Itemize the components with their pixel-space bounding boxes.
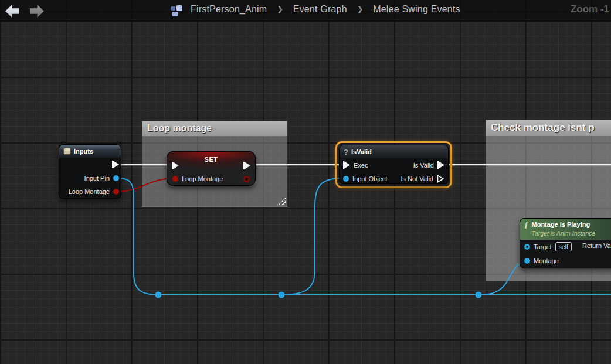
inputs-icon: [63, 148, 71, 155]
exec-output-pin-is-valid[interactable]: [437, 161, 444, 169]
node-subtitle: Target is Anim Instance: [532, 229, 596, 238]
back-arrow-icon[interactable]: [5, 5, 19, 18]
pin-row-input-pin: Input Pin: [59, 171, 121, 185]
pin-label: Is Valid: [413, 162, 434, 169]
exec-output-pin[interactable]: [243, 162, 250, 169]
exec-input-pin[interactable]: [343, 161, 350, 169]
node-inputs-header[interactable]: Inputs: [59, 145, 121, 158]
breadcrumb-item-asset[interactable]: FirstPerson_Anim: [191, 4, 267, 14]
input-pin-loop-montage[interactable]: [172, 176, 178, 182]
pin-row-loop-montage: Loop Montage: [59, 185, 121, 198]
node-inputs[interactable]: Inputs Input Pin Loop Montage: [59, 144, 121, 199]
forward-arrow-icon[interactable]: [30, 5, 44, 18]
self-value-box[interactable]: self: [555, 242, 572, 251]
node-title: Montage Is Playing: [532, 220, 596, 229]
node-montage-is-playing[interactable]: ƒ Montage Is Playing Target is Anim Inst…: [520, 218, 611, 268]
pin-label: Is Not Valid: [401, 175, 433, 182]
pin-label: Input Object: [352, 175, 387, 182]
pin-label-return-value: Return Va: [582, 242, 611, 249]
breadcrumb-item-event-graph[interactable]: Event Graph: [293, 4, 347, 14]
graph-toolbar: FirstPerson_Anim ❯ Event Graph ❯ Melee S…: [0, 0, 611, 22]
output-pin-loop-montage[interactable]: [113, 189, 119, 195]
function-icon: ƒ: [524, 220, 529, 229]
reroute-node[interactable]: [279, 292, 285, 298]
input-pin-input-object[interactable]: [343, 176, 349, 182]
breadcrumb: FirstPerson_Anim ❯ Event Graph ❯ Melee S…: [191, 4, 460, 15]
pin-row-loop-montage: Loop Montage: [172, 175, 250, 182]
chevron-right-icon: ❯: [357, 5, 363, 13]
question-mark-icon: ?: [344, 148, 348, 157]
output-pin-input-pin[interactable]: [113, 175, 119, 181]
pin-row-object: Input Object Is Not Valid: [340, 172, 448, 185]
breadcrumb-item-melee-swing[interactable]: Melee Swing Events: [373, 4, 460, 14]
node-isvalid-header[interactable]: ? IsValid: [340, 145, 448, 158]
pin-label: Exec: [354, 162, 368, 169]
pin-label: Input Pin: [84, 175, 110, 182]
pin-row-exec: [172, 162, 250, 169]
chevron-right-icon: ❯: [277, 5, 283, 13]
node-set-loop-montage[interactable]: SET Loop Montage: [167, 151, 256, 186]
pin-label: Loop Montage: [182, 175, 223, 182]
data-wire-branch-isvalid: [281, 178, 342, 295]
pin-label: Loop Montage: [69, 188, 110, 195]
comment-title[interactable]: Loop montage: [142, 121, 287, 137]
pin-row-exec: Exec Is Valid: [340, 158, 448, 172]
pin-label: Target: [534, 243, 552, 250]
input-pin-target[interactable]: [524, 244, 530, 250]
exec-output-pin[interactable]: [112, 161, 119, 168]
graph-breadcrumb-icon: [171, 5, 182, 16]
pin-row-target: Target self Return Va: [520, 240, 611, 254]
node-montage-header[interactable]: ƒ Montage Is Playing Target is Anim Inst…: [520, 219, 611, 240]
node-title: Inputs: [74, 148, 93, 155]
comment-title[interactable]: Check montage isnt p: [486, 120, 611, 137]
exec-input-pin[interactable]: [172, 162, 179, 169]
blueprint-event-graph[interactable]: Loop montage Check montage isnt p Inputs…: [0, 0, 611, 364]
node-title: IsValid: [351, 148, 372, 155]
pin-row-montage: Montage: [520, 254, 611, 268]
comment-resize-grip[interactable]: [278, 198, 286, 205]
pin-row-exec-out: [59, 158, 121, 171]
reroute-node[interactable]: [155, 292, 162, 298]
reroute-node[interactable]: [476, 292, 482, 298]
node-isvalid[interactable]: ? IsValid Exec Is Valid Input Object Is …: [339, 145, 449, 184]
zoom-indicator: Zoom -1: [571, 4, 609, 15]
pin-label: Montage: [534, 257, 559, 264]
output-pin-loop-montage[interactable]: [243, 176, 250, 182]
exec-output-pin-is-not-valid[interactable]: [437, 175, 444, 183]
input-pin-montage[interactable]: [524, 258, 530, 264]
